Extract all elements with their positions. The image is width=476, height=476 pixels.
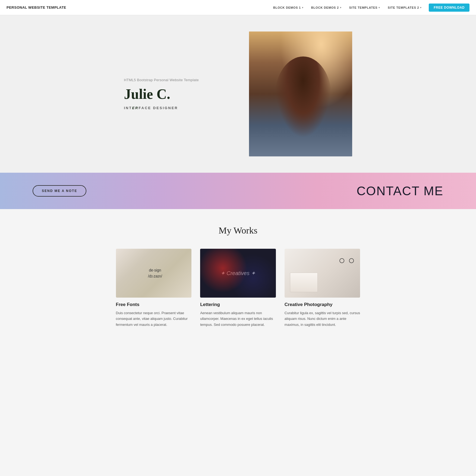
works-section: My Works Free Fonts Duis consectetur neq… [0,209,476,349]
works-heading: My Works [11,225,465,236]
work-card-lettering: Lettering Aenean vestibulum aliquam maur… [200,249,276,327]
nav-link-block-demos-1[interactable]: BLOCK DEMOS 1 ▾ [270,4,307,11]
hero-image-wrap [249,31,352,156]
navbar: PERSONAL WEBSITE TEMPLATE BLOCK DEMOS 1 … [0,0,476,15]
work-card-desc-lettering: Aenean vestibulum aliquam mauris non ull… [200,310,276,327]
hero-image [249,31,352,156]
contact-heading: CONTACT ME [357,184,443,198]
work-card-desc-fonts: Duis consectetur neque orci. Praesent vi… [116,310,192,327]
free-download-button[interactable]: FREE DOWNLOAD [429,4,469,12]
chevron-down-icon: ▾ [420,6,422,9]
nav-link-block-demos-2[interactable]: BLOCK DEMOS 2 ▾ [308,4,345,11]
work-card-title-photography: Creative Photography [285,302,360,307]
work-card-title-lettering: Lettering [200,302,276,307]
nav-link-label: BLOCK DEMOS 1 [273,6,301,9]
nav-links: BLOCK DEMOS 1 ▾ BLOCK DEMOS 2 ▾ SITE TEM… [270,4,469,12]
hero-content: HTML5 Bootstrap Personal Website Templat… [124,78,249,110]
work-card-title-fonts: Free Fonts [116,302,192,307]
chevron-down-icon: ▾ [379,6,380,9]
work-card-desc-photography: Curabitur ligula ex, sagittis vel turpis… [285,310,360,327]
chevron-down-icon: ▾ [340,6,342,9]
work-card-photography: Creative Photography Curabitur ligula ex… [285,249,360,327]
work-image-photography [285,249,360,298]
hero-section: HTML5 Bootstrap Personal Website Templat… [0,15,476,173]
hero-title: INTERFACE DESIGNER [124,106,238,110]
nav-link-label: BLOCK DEMOS 2 [311,6,339,9]
send-note-button[interactable]: SEND ME A NOTE [33,185,86,197]
work-image-fonts [116,249,192,298]
work-image-lettering [200,249,276,298]
nav-brand: PERSONAL WEBSITE TEMPLATE [7,5,66,10]
hero-title-prefix: INT [124,106,132,110]
contact-band: SEND ME A NOTE CONTACT ME [0,173,476,209]
hero-subtitle: HTML5 Bootstrap Personal Website Templat… [124,78,238,82]
hero-name: Julie C. [124,86,238,102]
nav-link-label: SITE TEMPLATES [349,6,378,9]
hero-title-italic: ER [132,106,138,110]
hero-title-suffix: FACE DESIGNER [139,106,178,110]
work-card-fonts: Free Fonts Duis consectetur neque orci. … [116,249,192,327]
nav-link-label: SITE TEMPLATES 2 [388,6,419,9]
works-grid: Free Fonts Duis consectetur neque orci. … [116,249,360,327]
nav-link-site-templates[interactable]: SITE TEMPLATES ▾ [346,4,383,11]
chevron-down-icon: ▾ [302,6,304,9]
nav-link-site-templates-2[interactable]: SITE TEMPLATES 2 ▾ [384,4,425,11]
